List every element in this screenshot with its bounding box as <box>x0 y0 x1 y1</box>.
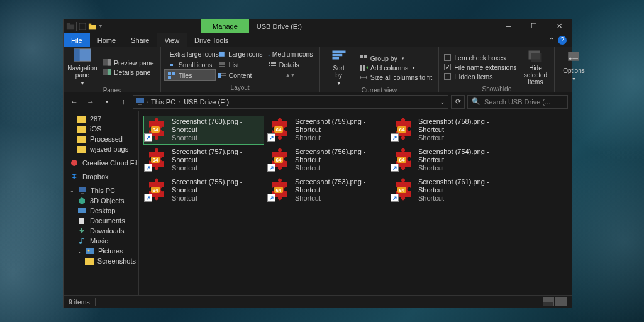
file-tile[interactable]: 64↗Screenshot (757).png - ShortcutShortc… <box>144 147 264 174</box>
check-file-name-extensions[interactable]: ✓File name extensions <box>443 63 518 72</box>
qat-chevron-icon[interactable]: ▼ <box>98 22 107 31</box>
view-details-icon[interactable] <box>543 297 554 306</box>
layout-list[interactable]: List <box>215 59 265 70</box>
nav-music[interactable]: Music <box>64 236 138 246</box>
file-meta: Screenshot (754).png - ShortcutShortcut1… <box>418 148 509 173</box>
nav-3d-objects[interactable]: 3D Objects <box>64 196 138 206</box>
nav-this-pc[interactable]: ⌄This PC <box>64 186 138 196</box>
svg-rect-22 <box>168 72 171 75</box>
breadcrumb[interactable]: › This PC › USB Drive (E:) ⌄ <box>133 95 448 109</box>
minimize-button[interactable]: ─ <box>496 19 521 33</box>
nav-desktop[interactable]: Desktop <box>64 206 138 216</box>
layout-tiles[interactable]: Tiles <box>165 70 215 80</box>
details-pane-button[interactable]: Details pane <box>100 68 157 77</box>
chevron-down-icon[interactable]: ⌄ <box>440 99 445 105</box>
nav-folder-processed[interactable]: Processed <box>64 134 138 144</box>
layout-extra-large[interactable]: Extra large icons <box>165 48 215 59</box>
file-tile[interactable]: 64↗Screenshot (759).png - ShortcutShortc… <box>267 116 387 144</box>
tab-home[interactable]: Home <box>90 33 123 47</box>
navigation-pane-button[interactable]: Navigation pane ▼ <box>67 48 97 87</box>
view-large-icon[interactable] <box>555 297 567 306</box>
file-list[interactable]: 64↗Screenshot (760).png - ShortcutShortc… <box>139 111 572 295</box>
shortcut-arrow-icon: ↗ <box>267 164 275 172</box>
close-button[interactable]: ✕ <box>547 19 572 33</box>
svg-rect-4 <box>89 23 91 25</box>
nav-screenshots[interactable]: Screenshots <box>64 256 138 266</box>
layout-content[interactable]: Content <box>215 70 265 80</box>
nav-folder-wjaved[interactable]: wjaved bugs <box>64 144 138 154</box>
layout-small[interactable]: Small icons <box>165 59 215 70</box>
nav-folder-ios[interactable]: iOS <box>64 124 138 134</box>
tab-drive-tools[interactable]: Drive Tools <box>187 33 236 47</box>
svg-rect-2 <box>79 23 86 30</box>
crumb-usb-drive[interactable]: USB Drive (E:) <box>182 98 231 106</box>
size-columns-button[interactable]: Size all columns to fit <box>357 73 435 82</box>
file-tile[interactable]: 64↗Screenshot (761).png - ShortcutShortc… <box>391 177 510 204</box>
nav-folder-287[interactable]: 287 <box>64 114 138 124</box>
file-size: 1.00 KB <box>172 203 262 203</box>
file-name: Screenshot (761).png - Shortcut <box>418 178 509 194</box>
svg-rect-34 <box>363 65 365 71</box>
layout-large[interactable]: Large icons <box>215 48 265 59</box>
file-tile[interactable]: 64↗Screenshot (760).png - ShortcutShortc… <box>144 116 264 144</box>
collapse-ribbon-icon[interactable]: ⌃ <box>549 36 554 43</box>
group-by-button[interactable]: Group by▾ <box>357 54 435 63</box>
layout-scroll[interactable]: ▲▼ <box>265 70 316 80</box>
file-tile[interactable]: 64↗Screenshot (756).png - ShortcutShortc… <box>267 147 387 174</box>
nav-forward-button[interactable]: → <box>84 95 97 109</box>
hide-selected-button[interactable]: Hide selected items <box>520 48 550 86</box>
file-type: Shortcut <box>172 194 262 203</box>
svg-rect-20 <box>269 65 270 66</box>
chevron-right-icon[interactable]: › <box>146 99 148 105</box>
nav-creative-cloud[interactable]: Creative Cloud Fil <box>64 158 138 168</box>
file-name: Screenshot (757).png - Shortcut <box>172 148 262 164</box>
ribbon: Navigation pane ▼ Preview pane Details p… <box>64 47 572 92</box>
sort-by-button[interactable]: Sort by ▼ <box>324 48 354 87</box>
check-item-check-boxes[interactable]: Item check boxes <box>443 53 518 62</box>
add-columns-button[interactable]: +Add columns▾ <box>357 64 435 72</box>
preview-pane-button[interactable]: Preview pane <box>100 58 157 67</box>
refresh-button[interactable]: ⟳ <box>451 95 465 109</box>
folder-icon[interactable] <box>66 22 75 31</box>
file-meta: Screenshot (753).png - ShortcutShortcut1… <box>295 178 386 203</box>
tab-view[interactable]: View <box>157 33 187 47</box>
tab-share[interactable]: Share <box>123 33 157 47</box>
shortcut-arrow-icon: ↗ <box>391 133 399 142</box>
chevron-right-icon[interactable]: › <box>179 99 180 105</box>
tab-file[interactable]: File <box>64 33 90 47</box>
nav-documents[interactable]: Documents <box>64 216 138 226</box>
crumb-this-pc[interactable]: This PC <box>149 98 177 106</box>
shortcut-icon: 64↗ <box>269 178 291 201</box>
properties-icon[interactable] <box>78 22 87 31</box>
new-folder-icon[interactable] <box>88 22 97 31</box>
svg-rect-45 <box>80 193 84 194</box>
manage-tab-header: Manage <box>201 19 249 33</box>
svg-rect-42 <box>138 104 142 105</box>
shortcut-arrow-icon: ↗ <box>391 164 399 172</box>
options-button[interactable]: Options ▼ <box>558 48 589 84</box>
file-tile[interactable]: 64↗Screenshot (758).png - ShortcutShortc… <box>391 116 510 144</box>
svg-text:64: 64 <box>276 187 282 193</box>
svg-rect-30 <box>332 57 339 60</box>
nav-downloads[interactable]: Downloads <box>64 226 138 236</box>
maximize-button[interactable]: ☐ <box>521 19 547 33</box>
nav-up-button[interactable]: ↑ <box>116 95 130 109</box>
layout-medium[interactable]: Medium icons <box>265 48 316 59</box>
file-tile[interactable]: 64↗Screenshot (753).png - ShortcutShortc… <box>267 177 387 204</box>
ribbon-group-current-view: Sort by ▼ Group by▾ +Add columns▾ Size a… <box>320 47 440 92</box>
search-box[interactable]: 🔍 Search USB Drive (... <box>467 95 568 109</box>
shortcut-icon: 64↗ <box>145 118 168 140</box>
svg-point-43 <box>71 160 77 166</box>
file-size: 1.00 KB <box>295 142 386 143</box>
shortcut-icon: 64↗ <box>392 118 414 140</box>
file-name: Screenshot (754).png - Shortcut <box>418 148 509 164</box>
check-hidden-items[interactable]: Hidden items <box>443 72 518 81</box>
file-tile[interactable]: 64↗Screenshot (754).png - ShortcutShortc… <box>391 147 510 174</box>
nav-pictures[interactable]: ⌄Pictures <box>64 246 138 256</box>
file-tile[interactable]: 64↗Screenshot (755).png - ShortcutShortc… <box>144 177 264 204</box>
nav-dropbox[interactable]: Dropbox <box>64 172 138 182</box>
layout-details[interactable]: Details <box>265 59 316 70</box>
help-icon[interactable]: ? <box>558 36 567 45</box>
nav-recent-button[interactable]: ▾ <box>100 95 114 109</box>
nav-back-button[interactable]: ← <box>67 95 81 109</box>
